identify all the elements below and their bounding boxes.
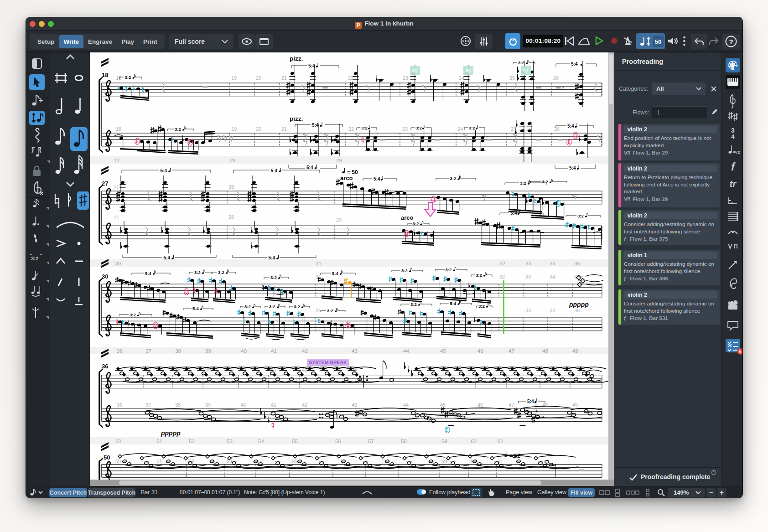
- svg-text:SYSTEM BREAK: SYSTEM BREAK: [309, 360, 347, 365]
- svg-text:42: 42: [302, 402, 307, 408]
- svg-text:38: 38: [175, 402, 181, 408]
- svg-text:ppppp: ppppp: [161, 429, 181, 437]
- svg-text:3:2: 3:2: [410, 302, 417, 307]
- svg-text:3:2: 3:2: [361, 125, 368, 130]
- svg-text:28: 28: [230, 158, 236, 163]
- svg-text:27: 27: [114, 215, 119, 220]
- svg-text:36: 36: [117, 402, 122, 408]
- svg-text:50: 50: [115, 459, 121, 464]
- svg-text:5:4: 5:4: [145, 271, 151, 276]
- svg-text:45: 45: [440, 348, 446, 354]
- svg-text:35: 35: [574, 308, 580, 313]
- svg-text:f: f: [624, 316, 626, 321]
- svg-text:3:2: 3:2: [413, 221, 419, 226]
- svg-text:63: 63: [412, 68, 418, 73]
- svg-text:3:2: 3:2: [175, 127, 181, 132]
- svg-text:tr: tr: [730, 179, 737, 189]
- svg-text:3:2: 3:2: [518, 60, 524, 65]
- svg-text:43: 43: [352, 348, 358, 354]
- svg-text:33: 33: [525, 308, 531, 313]
- svg-text:ppppp: ppppp: [569, 301, 589, 308]
- svg-text:41: 41: [271, 402, 276, 408]
- svg-text:27: 27: [114, 158, 120, 163]
- svg-text:5:4: 5:4: [450, 301, 457, 306]
- svg-text:44: 44: [403, 348, 409, 354]
- svg-text:3:2: 3:2: [520, 181, 526, 186]
- svg-text:3:2: 3:2: [270, 275, 277, 280]
- svg-text:pizz.: pizz.: [290, 55, 303, 62]
- svg-text:52: 52: [189, 439, 195, 444]
- svg-text:24: 24: [459, 75, 464, 81]
- svg-text:45: 45: [440, 402, 446, 408]
- svg-text:28: 28: [228, 214, 234, 220]
- svg-text:5:4: 5:4: [374, 176, 380, 181]
- svg-text:38: 38: [175, 348, 181, 354]
- svg-text:arco: arco: [401, 214, 414, 221]
- svg-text:20: 20: [256, 75, 261, 81]
- svg-text:3:2: 3:2: [415, 125, 422, 130]
- svg-text:3:2: 3:2: [478, 304, 485, 309]
- svg-text:27: 27: [102, 180, 108, 187]
- svg-text:55: 55: [292, 439, 298, 444]
- svg-text:59: 59: [441, 439, 447, 444]
- svg-text:24: 24: [457, 126, 463, 132]
- svg-text:61: 61: [498, 439, 503, 444]
- svg-text:27: 27: [114, 185, 119, 190]
- svg-text:=72: =72: [733, 150, 740, 155]
- svg-text:5:4: 5:4: [271, 168, 278, 173]
- svg-text:49: 49: [572, 348, 578, 354]
- svg-text:19: 19: [231, 126, 237, 132]
- svg-text:3:2: 3:2: [327, 308, 333, 313]
- svg-text:34: 34: [550, 308, 555, 313]
- svg-text:3:2: 3:2: [130, 312, 136, 317]
- svg-text:5:4: 5:4: [161, 168, 167, 173]
- svg-text:47: 47: [509, 402, 514, 408]
- svg-text:49: 49: [572, 402, 578, 408]
- svg-text:5:4: 5:4: [567, 124, 574, 129]
- svg-text:5:4: 5:4: [164, 255, 171, 260]
- svg-text:34: 34: [550, 261, 555, 266]
- svg-text:58: 58: [401, 439, 407, 444]
- svg-text:33: 33: [525, 274, 531, 279]
- svg-text:43: 43: [352, 402, 357, 408]
- svg-text:29: 29: [336, 158, 342, 163]
- svg-text:39: 39: [205, 402, 211, 408]
- svg-text:3:2: 3:2: [446, 267, 452, 272]
- svg-text:37: 37: [145, 348, 151, 354]
- svg-text:57: 57: [368, 439, 374, 444]
- svg-text:22: 22: [348, 75, 353, 81]
- svg-text:5:4: 5:4: [192, 306, 199, 311]
- svg-text:54: 54: [258, 439, 264, 444]
- svg-text:4: 4: [731, 133, 735, 140]
- svg-text:37: 37: [145, 402, 151, 408]
- svg-text:32: 32: [499, 261, 505, 266]
- svg-text:31: 31: [316, 261, 322, 266]
- svg-text:40: 40: [241, 402, 246, 408]
- svg-text:5:4: 5:4: [510, 211, 517, 216]
- svg-text:3:2: 3:2: [194, 270, 201, 275]
- svg-text:51: 51: [156, 439, 162, 444]
- svg-text:18: 18: [102, 72, 108, 78]
- svg-text:55: 55: [292, 459, 297, 464]
- svg-text:18: 18: [116, 126, 121, 132]
- svg-text:3:2: 3:2: [218, 270, 224, 275]
- svg-text:3:2: 3:2: [31, 256, 38, 261]
- svg-text:26: 26: [554, 126, 560, 132]
- svg-text:28: 28: [228, 184, 234, 190]
- svg-text:31: 31: [316, 308, 321, 313]
- svg-text:5:4: 5:4: [332, 271, 338, 276]
- svg-text:59: 59: [441, 459, 447, 464]
- svg-text:5:4: 5:4: [569, 165, 576, 170]
- svg-text:63: 63: [466, 68, 471, 73]
- svg-text:3:2: 3:2: [476, 273, 482, 278]
- svg-text:23: 23: [402, 126, 408, 132]
- svg-text:48: 48: [542, 348, 548, 354]
- svg-text:5:4: 5:4: [269, 255, 275, 260]
- svg-text:3:2: 3:2: [401, 268, 408, 273]
- svg-text:21: 21: [281, 75, 287, 81]
- svg-text:3:2: 3:2: [269, 304, 275, 309]
- svg-text:60: 60: [471, 439, 477, 444]
- svg-text:23: 23: [403, 75, 408, 81]
- svg-text:19: 19: [231, 75, 237, 81]
- svg-text:50: 50: [104, 454, 110, 461]
